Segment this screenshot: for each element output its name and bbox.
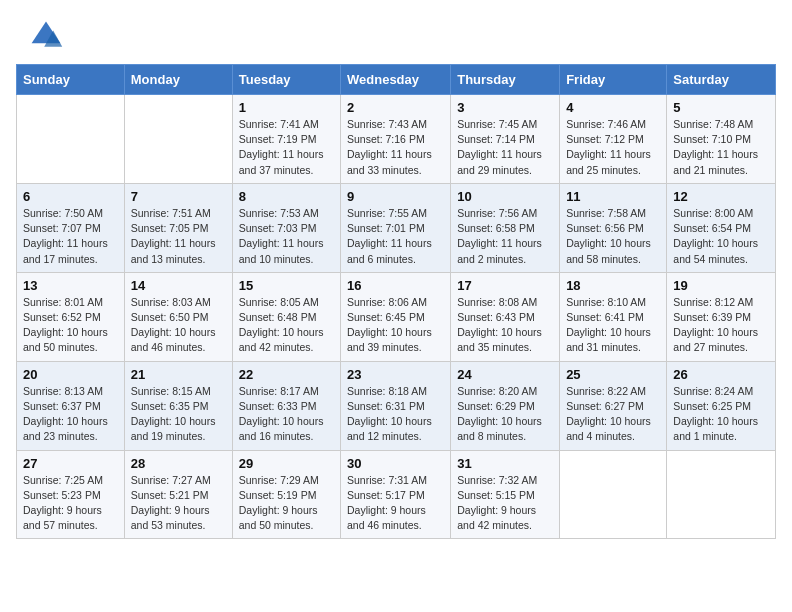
day-number: 30 <box>347 456 444 471</box>
week-row-1: 1Sunrise: 7:41 AM Sunset: 7:19 PM Daylig… <box>17 95 776 184</box>
day-number: 18 <box>566 278 660 293</box>
calendar-cell: 15Sunrise: 8:05 AM Sunset: 6:48 PM Dayli… <box>232 272 340 361</box>
day-detail: Sunrise: 8:15 AM Sunset: 6:35 PM Dayligh… <box>131 384 226 445</box>
day-detail: Sunrise: 7:55 AM Sunset: 7:01 PM Dayligh… <box>347 206 444 267</box>
day-header-sunday: Sunday <box>17 65 125 95</box>
calendar-cell: 24Sunrise: 8:20 AM Sunset: 6:29 PM Dayli… <box>451 361 560 450</box>
calendar-cell: 31Sunrise: 7:32 AM Sunset: 5:15 PM Dayli… <box>451 450 560 539</box>
day-number: 21 <box>131 367 226 382</box>
calendar-cell <box>560 450 667 539</box>
page-header <box>0 0 792 60</box>
day-number: 17 <box>457 278 553 293</box>
day-detail: Sunrise: 7:56 AM Sunset: 6:58 PM Dayligh… <box>457 206 553 267</box>
calendar-cell: 21Sunrise: 8:15 AM Sunset: 6:35 PM Dayli… <box>124 361 232 450</box>
day-detail: Sunrise: 8:18 AM Sunset: 6:31 PM Dayligh… <box>347 384 444 445</box>
calendar-cell: 18Sunrise: 8:10 AM Sunset: 6:41 PM Dayli… <box>560 272 667 361</box>
day-header-saturday: Saturday <box>667 65 776 95</box>
calendar-cell <box>17 95 125 184</box>
day-number: 29 <box>239 456 334 471</box>
days-header-row: SundayMondayTuesdayWednesdayThursdayFrid… <box>17 65 776 95</box>
day-number: 9 <box>347 189 444 204</box>
day-number: 10 <box>457 189 553 204</box>
day-detail: Sunrise: 7:50 AM Sunset: 7:07 PM Dayligh… <box>23 206 118 267</box>
day-number: 28 <box>131 456 226 471</box>
week-row-5: 27Sunrise: 7:25 AM Sunset: 5:23 PM Dayli… <box>17 450 776 539</box>
calendar-cell: 13Sunrise: 8:01 AM Sunset: 6:52 PM Dayli… <box>17 272 125 361</box>
calendar-cell: 2Sunrise: 7:43 AM Sunset: 7:16 PM Daylig… <box>341 95 451 184</box>
day-number: 12 <box>673 189 769 204</box>
day-detail: Sunrise: 7:45 AM Sunset: 7:14 PM Dayligh… <box>457 117 553 178</box>
day-number: 3 <box>457 100 553 115</box>
day-header-tuesday: Tuesday <box>232 65 340 95</box>
day-detail: Sunrise: 7:32 AM Sunset: 5:15 PM Dayligh… <box>457 473 553 534</box>
calendar-cell: 25Sunrise: 8:22 AM Sunset: 6:27 PM Dayli… <box>560 361 667 450</box>
calendar-cell: 26Sunrise: 8:24 AM Sunset: 6:25 PM Dayli… <box>667 361 776 450</box>
day-detail: Sunrise: 8:00 AM Sunset: 6:54 PM Dayligh… <box>673 206 769 267</box>
day-detail: Sunrise: 8:24 AM Sunset: 6:25 PM Dayligh… <box>673 384 769 445</box>
day-detail: Sunrise: 7:41 AM Sunset: 7:19 PM Dayligh… <box>239 117 334 178</box>
calendar-cell: 6Sunrise: 7:50 AM Sunset: 7:07 PM Daylig… <box>17 183 125 272</box>
day-header-friday: Friday <box>560 65 667 95</box>
day-detail: Sunrise: 8:06 AM Sunset: 6:45 PM Dayligh… <box>347 295 444 356</box>
calendar-cell: 12Sunrise: 8:00 AM Sunset: 6:54 PM Dayli… <box>667 183 776 272</box>
day-number: 26 <box>673 367 769 382</box>
day-number: 27 <box>23 456 118 471</box>
day-number: 5 <box>673 100 769 115</box>
day-number: 15 <box>239 278 334 293</box>
day-detail: Sunrise: 7:58 AM Sunset: 6:56 PM Dayligh… <box>566 206 660 267</box>
day-number: 20 <box>23 367 118 382</box>
day-detail: Sunrise: 8:03 AM Sunset: 6:50 PM Dayligh… <box>131 295 226 356</box>
day-header-monday: Monday <box>124 65 232 95</box>
calendar-cell: 7Sunrise: 7:51 AM Sunset: 7:05 PM Daylig… <box>124 183 232 272</box>
day-detail: Sunrise: 7:29 AM Sunset: 5:19 PM Dayligh… <box>239 473 334 534</box>
calendar: SundayMondayTuesdayWednesdayThursdayFrid… <box>0 60 792 551</box>
calendar-cell: 3Sunrise: 7:45 AM Sunset: 7:14 PM Daylig… <box>451 95 560 184</box>
day-number: 6 <box>23 189 118 204</box>
calendar-cell: 1Sunrise: 7:41 AM Sunset: 7:19 PM Daylig… <box>232 95 340 184</box>
day-detail: Sunrise: 8:13 AM Sunset: 6:37 PM Dayligh… <box>23 384 118 445</box>
calendar-cell: 17Sunrise: 8:08 AM Sunset: 6:43 PM Dayli… <box>451 272 560 361</box>
week-row-4: 20Sunrise: 8:13 AM Sunset: 6:37 PM Dayli… <box>17 361 776 450</box>
week-row-3: 13Sunrise: 8:01 AM Sunset: 6:52 PM Dayli… <box>17 272 776 361</box>
day-number: 23 <box>347 367 444 382</box>
day-detail: Sunrise: 8:10 AM Sunset: 6:41 PM Dayligh… <box>566 295 660 356</box>
calendar-cell: 14Sunrise: 8:03 AM Sunset: 6:50 PM Dayli… <box>124 272 232 361</box>
day-detail: Sunrise: 7:27 AM Sunset: 5:21 PM Dayligh… <box>131 473 226 534</box>
calendar-cell: 10Sunrise: 7:56 AM Sunset: 6:58 PM Dayli… <box>451 183 560 272</box>
day-number: 2 <box>347 100 444 115</box>
calendar-cell: 5Sunrise: 7:48 AM Sunset: 7:10 PM Daylig… <box>667 95 776 184</box>
calendar-table: SundayMondayTuesdayWednesdayThursdayFrid… <box>16 64 776 539</box>
day-header-thursday: Thursday <box>451 65 560 95</box>
day-detail: Sunrise: 8:05 AM Sunset: 6:48 PM Dayligh… <box>239 295 334 356</box>
day-number: 7 <box>131 189 226 204</box>
day-number: 4 <box>566 100 660 115</box>
day-detail: Sunrise: 7:46 AM Sunset: 7:12 PM Dayligh… <box>566 117 660 178</box>
day-detail: Sunrise: 8:08 AM Sunset: 6:43 PM Dayligh… <box>457 295 553 356</box>
day-detail: Sunrise: 7:48 AM Sunset: 7:10 PM Dayligh… <box>673 117 769 178</box>
calendar-cell: 19Sunrise: 8:12 AM Sunset: 6:39 PM Dayli… <box>667 272 776 361</box>
calendar-cell: 28Sunrise: 7:27 AM Sunset: 5:21 PM Dayli… <box>124 450 232 539</box>
day-detail: Sunrise: 8:01 AM Sunset: 6:52 PM Dayligh… <box>23 295 118 356</box>
day-detail: Sunrise: 8:22 AM Sunset: 6:27 PM Dayligh… <box>566 384 660 445</box>
calendar-cell: 22Sunrise: 8:17 AM Sunset: 6:33 PM Dayli… <box>232 361 340 450</box>
day-detail: Sunrise: 8:12 AM Sunset: 6:39 PM Dayligh… <box>673 295 769 356</box>
day-detail: Sunrise: 7:53 AM Sunset: 7:03 PM Dayligh… <box>239 206 334 267</box>
day-detail: Sunrise: 7:25 AM Sunset: 5:23 PM Dayligh… <box>23 473 118 534</box>
calendar-cell: 20Sunrise: 8:13 AM Sunset: 6:37 PM Dayli… <box>17 361 125 450</box>
day-header-wednesday: Wednesday <box>341 65 451 95</box>
day-number: 8 <box>239 189 334 204</box>
calendar-cell <box>124 95 232 184</box>
calendar-cell: 9Sunrise: 7:55 AM Sunset: 7:01 PM Daylig… <box>341 183 451 272</box>
day-number: 1 <box>239 100 334 115</box>
calendar-cell: 4Sunrise: 7:46 AM Sunset: 7:12 PM Daylig… <box>560 95 667 184</box>
day-number: 11 <box>566 189 660 204</box>
day-number: 31 <box>457 456 553 471</box>
calendar-cell: 30Sunrise: 7:31 AM Sunset: 5:17 PM Dayli… <box>341 450 451 539</box>
calendar-cell <box>667 450 776 539</box>
week-row-2: 6Sunrise: 7:50 AM Sunset: 7:07 PM Daylig… <box>17 183 776 272</box>
calendar-cell: 27Sunrise: 7:25 AM Sunset: 5:23 PM Dayli… <box>17 450 125 539</box>
day-number: 13 <box>23 278 118 293</box>
calendar-cell: 23Sunrise: 8:18 AM Sunset: 6:31 PM Dayli… <box>341 361 451 450</box>
day-detail: Sunrise: 7:51 AM Sunset: 7:05 PM Dayligh… <box>131 206 226 267</box>
calendar-cell: 29Sunrise: 7:29 AM Sunset: 5:19 PM Dayli… <box>232 450 340 539</box>
